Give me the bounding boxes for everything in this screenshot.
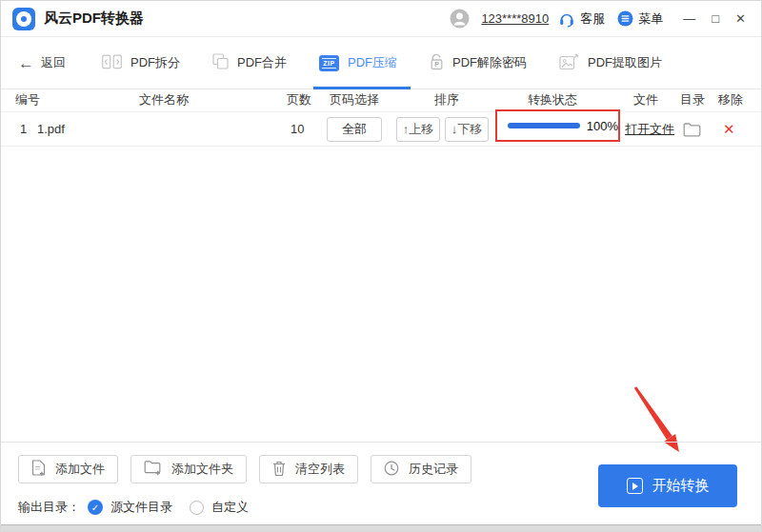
row-index: 1 bbox=[20, 113, 27, 146]
menu-label[interactable]: 菜单 bbox=[638, 10, 663, 28]
col-header-file: 文件 bbox=[633, 91, 658, 108]
source-dir-option-label[interactable]: 源文件目录 bbox=[110, 499, 172, 516]
footer-divider bbox=[1, 442, 761, 443]
tab-pdf-remove-password[interactable]: P PDF解除密码 bbox=[428, 37, 529, 89]
merge-icon bbox=[212, 53, 229, 72]
col-header-dir: 目录 bbox=[680, 91, 705, 108]
col-header-pages: 页数 bbox=[287, 91, 311, 108]
tab-label: PDF压缩 bbox=[348, 54, 397, 71]
button-label: 清空列表 bbox=[295, 461, 345, 478]
start-button-label: 开始转换 bbox=[652, 477, 710, 495]
play-icon bbox=[627, 478, 643, 494]
toolbar: ← 返回 PDF拆分 PDF合并 bbox=[1, 37, 761, 89]
maximize-button[interactable]: □ bbox=[712, 12, 719, 25]
app-window: 风云PDF转换器 123****8910 客服 bbox=[0, 0, 762, 532]
col-header-filename: 文件名称 bbox=[139, 91, 189, 108]
customer-service-label[interactable]: 客服 bbox=[580, 10, 605, 28]
customer-service-icon[interactable] bbox=[558, 10, 575, 28]
output-dir-label: 输出目录： bbox=[18, 499, 80, 516]
add-folder-button[interactable]: 添加文件夹 bbox=[130, 455, 247, 483]
progress-bar bbox=[508, 123, 580, 128]
progress-percent: 100% bbox=[587, 119, 618, 133]
row-divider bbox=[1, 146, 761, 147]
footer-buttons: 添加文件 添加文件夹 清空列表 bbox=[18, 455, 471, 483]
titlebar-right: 123****8910 客服 菜单 — □ bbox=[450, 9, 746, 29]
col-header-remove: 移除 bbox=[718, 91, 743, 108]
tab-label: PDF拆分 bbox=[130, 54, 180, 71]
start-convert-button[interactable]: 开始转换 bbox=[598, 464, 737, 507]
row-pages: 10 bbox=[291, 113, 304, 146]
lock-letter: P bbox=[434, 61, 439, 68]
add-file-button[interactable]: 添加文件 bbox=[18, 455, 118, 483]
table-header: 编号 文件名称 页数 页码选择 排序 转换状态 文件 目录 移除 bbox=[1, 91, 761, 112]
button-label: 添加文件夹 bbox=[171, 461, 233, 478]
tab-pdf-split[interactable]: PDF拆分 bbox=[100, 37, 182, 89]
remove-row-icon[interactable]: ✕ bbox=[723, 113, 735, 146]
header-divider bbox=[1, 111, 761, 112]
zip-icon: ZIP bbox=[319, 55, 339, 71]
output-directory-row: 输出目录： ✓ 源文件目录 自定义 bbox=[18, 499, 258, 516]
radio-source-dir-checked[interactable]: ✓ bbox=[88, 500, 103, 515]
back-button[interactable]: ← 返回 bbox=[18, 54, 66, 71]
minimize-button[interactable]: — bbox=[683, 12, 695, 25]
tab-label: PDF合并 bbox=[237, 54, 287, 71]
table-row: 1 1.pdf 10 全部 ↑上移 ↓下移 打开文件 ✕ bbox=[1, 113, 761, 146]
move-up-button[interactable]: ↑上移 bbox=[396, 117, 440, 142]
app-title: 风云PDF转换器 bbox=[44, 10, 144, 28]
split-icon bbox=[102, 54, 122, 72]
menu-icon[interactable] bbox=[617, 10, 633, 27]
back-arrow-icon: ← bbox=[18, 55, 34, 71]
row-filename: 1.pdf bbox=[37, 113, 65, 146]
trash-icon bbox=[272, 461, 286, 479]
open-folder-icon[interactable] bbox=[683, 122, 701, 140]
tab-label: PDF提取图片 bbox=[588, 54, 662, 71]
clear-list-button[interactable]: 清空列表 bbox=[259, 455, 358, 483]
tab-pdf-compress[interactable]: ZIP PDF压缩 bbox=[317, 37, 399, 89]
page-select-button[interactable]: 全部 bbox=[327, 117, 382, 142]
folder-plus-icon bbox=[144, 460, 162, 479]
radio-custom-unchecked[interactable] bbox=[190, 501, 204, 515]
user-avatar[interactable] bbox=[450, 9, 470, 29]
button-label: 添加文件 bbox=[55, 461, 105, 478]
window-bottom-edge bbox=[1, 524, 761, 531]
title-bar: 风云PDF转换器 123****8910 客服 bbox=[1, 1, 761, 37]
tab-pdf-merge[interactable]: PDF合并 bbox=[211, 37, 289, 89]
unlock-icon: P bbox=[430, 53, 444, 73]
account-link[interactable]: 123****8910 bbox=[481, 11, 549, 26]
col-header-index: 编号 bbox=[15, 91, 40, 108]
annotation-arrow bbox=[620, 380, 696, 460]
open-file-link[interactable]: 打开文件 bbox=[625, 113, 674, 146]
button-label: 历史记录 bbox=[409, 461, 458, 478]
col-header-sort: 排序 bbox=[434, 91, 459, 108]
file-plus-icon bbox=[31, 460, 46, 479]
col-header-status: 转换状态 bbox=[528, 91, 577, 108]
history-button[interactable]: 历史记录 bbox=[371, 455, 471, 483]
col-header-pageselect: 页码选择 bbox=[330, 91, 379, 108]
move-down-button[interactable]: ↓下移 bbox=[445, 117, 489, 142]
image-extract-icon bbox=[559, 53, 579, 73]
close-button[interactable]: ✕ bbox=[735, 12, 746, 25]
status-highlight-box: 100% bbox=[495, 109, 620, 142]
tab-pdf-extract-images[interactable]: PDF提取图片 bbox=[557, 37, 664, 89]
back-label: 返回 bbox=[41, 54, 66, 71]
app-logo-icon bbox=[12, 8, 35, 30]
tab-label: PDF解除密码 bbox=[452, 54, 527, 71]
history-clock-icon bbox=[384, 461, 399, 479]
custom-option-label[interactable]: 自定义 bbox=[211, 499, 249, 516]
